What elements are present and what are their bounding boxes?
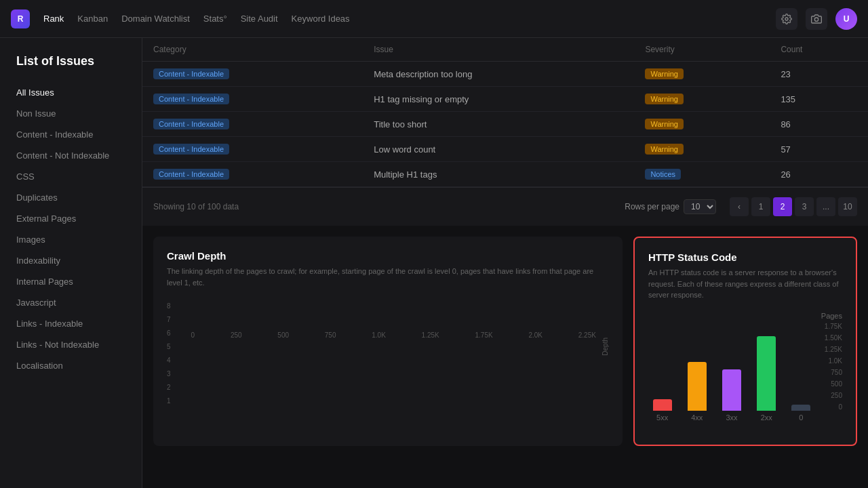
avatar[interactable]: U: [835, 8, 857, 30]
row-category: Content - Indexable: [142, 87, 363, 112]
http-x-label: 2xx: [753, 413, 781, 422]
prev-page-button[interactable]: ‹: [730, 197, 749, 216]
row-count: 26: [770, 162, 868, 187]
http-x-label: 5xx: [648, 413, 676, 422]
http-bar-col: [648, 399, 676, 411]
http-x-label: 4xx: [683, 413, 711, 422]
row-category: Content - Indexable: [142, 162, 363, 187]
table-row: Content - IndexableH1 tag missing or emp…: [142, 87, 868, 112]
page-3-button[interactable]: 3: [795, 197, 814, 216]
rows-per-page-select[interactable]: 10 25 50: [684, 199, 716, 214]
page-ellipsis: ...: [816, 197, 835, 216]
http-x-axis: 5xx4xx3xx2xx0: [648, 413, 842, 422]
row-severity: Warning: [634, 62, 770, 87]
row-category: Content - Indexable: [142, 62, 363, 87]
charts-area: Crawl Depth The linking depth of the pag…: [142, 226, 868, 457]
depth-y-labels: 8 7 6 5 4 3 2 1: [167, 299, 171, 407]
crawl-depth-chart: 0 250 500 750 1.0K 1.25K 1.75K 2.0K 2.25…: [176, 299, 596, 407]
row-count: 57: [770, 137, 868, 162]
nav-right: U: [776, 8, 857, 30]
http-bar-col: [753, 336, 781, 411]
http-bar: [688, 362, 707, 411]
sidebar-item-external-pages[interactable]: External Pages: [0, 208, 142, 229]
row-count: 135: [770, 87, 868, 112]
http-bar-col: [683, 362, 711, 411]
sidebar-item-images[interactable]: Images: [0, 229, 142, 250]
crawl-depth-desc: The linking depth of the pages to crawl;…: [167, 266, 609, 288]
row-severity: Notices: [634, 162, 770, 187]
row-severity: Warning: [634, 112, 770, 137]
sidebar-item-non-issue[interactable]: Non Issue: [0, 103, 142, 124]
http-status-title: HTTP Status Code: [648, 251, 842, 263]
sidebar-title: List of Issues: [0, 54, 142, 82]
col-issue: Issue: [363, 38, 634, 62]
issues-table-container: Category Issue Severity Count Content - …: [142, 38, 868, 226]
row-issue: Low word count: [363, 137, 634, 162]
rows-per-page: Rows per page 10 25 50: [625, 199, 716, 214]
http-bar: [722, 369, 741, 411]
crawl-depth-card: Crawl Depth The linking depth of the pag…: [153, 237, 623, 446]
x-axis: 0 250 500 750 1.0K 1.25K 1.75K 2.0K 2.25…: [176, 331, 596, 339]
row-issue: H1 tag missing or empty: [363, 87, 634, 112]
nav-item-stats[interactable]: Stats°: [203, 11, 227, 26]
nav-logo: R: [11, 9, 30, 28]
sidebar-item-localisation[interactable]: Localisation: [0, 355, 142, 376]
http-status-desc: An HTTP status code is a server response…: [648, 267, 842, 301]
row-category: Content - Indexable: [142, 112, 363, 137]
sidebar-item-content-not-indexable[interactable]: Content - Not Indexable: [0, 145, 142, 166]
crawl-depth-title: Crawl Depth: [167, 250, 609, 262]
row-issue: Meta description too long: [363, 62, 634, 87]
table-row: Content - IndexableMeta description too …: [142, 62, 868, 87]
sidebar-item-content-indexable[interactable]: Content - Indexable: [0, 124, 142, 145]
http-x-label: 3xx: [717, 413, 745, 422]
nav-item-keyword-ideas[interactable]: Keyword Ideas: [292, 11, 350, 26]
sidebar: List of Issues All Issues Non Issue Cont…: [0, 38, 142, 488]
sidebar-item-links-indexable[interactable]: Links - Indexable: [0, 313, 142, 334]
page-2-button[interactable]: 2: [773, 197, 792, 216]
http-bar-col: [787, 405, 815, 411]
page-1-button[interactable]: 1: [751, 197, 770, 216]
sidebar-item-css[interactable]: CSS: [0, 166, 142, 187]
nav-item-site-audit[interactable]: Site Audit: [241, 11, 278, 26]
col-count: Count: [770, 38, 868, 62]
row-category: Content - Indexable: [142, 137, 363, 162]
row-issue: Multiple H1 tags: [363, 162, 634, 187]
table-row: Content - IndexableMultiple H1 tagsNotic…: [142, 162, 868, 187]
svg-point-0: [785, 18, 788, 20]
row-severity: Warning: [634, 137, 770, 162]
main-layout: List of Issues All Issues Non Issue Cont…: [0, 38, 868, 488]
row-count: 86: [770, 112, 868, 137]
http-bar: [791, 405, 810, 411]
svg-point-1: [814, 18, 818, 21]
page-10-button[interactable]: 10: [838, 197, 857, 216]
nav-item-domain-watchlist[interactable]: Domain Watchlist: [121, 11, 190, 26]
table-row: Content - IndexableLow word countWarning…: [142, 137, 868, 162]
row-count: 23: [770, 62, 868, 87]
nav-item-kanban[interactable]: Kanban: [77, 11, 108, 26]
issues-table: Category Issue Severity Count Content - …: [142, 38, 868, 187]
http-bars: [648, 323, 842, 411]
http-bar-col: [717, 369, 745, 411]
http-bar: [653, 399, 672, 411]
http-y-axis: 1.75K 1.50K 1.25K 1.0K 750 500 250 0: [818, 323, 842, 411]
nav-item-rank[interactable]: Rank: [43, 11, 64, 26]
sidebar-item-javascript[interactable]: Javascript: [0, 292, 142, 313]
sidebar-item-internal-pages[interactable]: Internal Pages: [0, 271, 142, 292]
showing-text: Showing 10 of 100 data: [153, 202, 239, 211]
sidebar-item-indexability[interactable]: Indexability: [0, 250, 142, 271]
main-content: Category Issue Severity Count Content - …: [142, 38, 868, 488]
http-status-card: HTTP Status Code An HTTP status code is …: [633, 237, 857, 446]
http-bar: [757, 336, 776, 411]
sidebar-item-links-not-indexable[interactable]: Links - Not Indexable: [0, 334, 142, 355]
settings-button[interactable]: [776, 8, 797, 30]
row-severity: Warning: [634, 87, 770, 112]
col-severity: Severity: [634, 38, 770, 62]
camera-button[interactable]: [806, 8, 827, 30]
pages-label: Pages: [648, 312, 842, 320]
nav-items: Rank Kanban Domain Watchlist Stats° Site…: [43, 11, 350, 26]
pagination-row: Showing 10 of 100 data Rows per page 10 …: [142, 187, 868, 226]
sidebar-item-all-issues[interactable]: All Issues: [0, 82, 142, 103]
http-chart-wrapper: 1.75K 1.50K 1.25K 1.0K 750 500 250 0 5xx: [648, 323, 842, 431]
sidebar-item-duplicates[interactable]: Duplicates: [0, 187, 142, 208]
depth-axis-label: Depth: [601, 338, 609, 356]
